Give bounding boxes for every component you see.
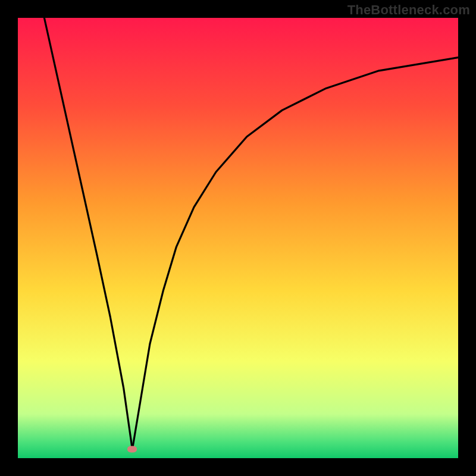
plot-background [18,18,458,458]
bottleneck-chart [18,18,458,458]
watermark-text: TheBottleneck.com [347,2,470,18]
chart-frame: TheBottleneck.com [0,0,476,476]
minimum-marker [127,446,137,453]
